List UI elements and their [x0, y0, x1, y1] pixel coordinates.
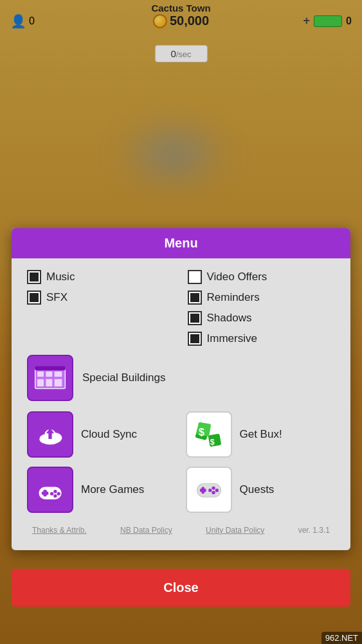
checkbox-shadows[interactable]: Shadows	[188, 311, 336, 325]
svg-rect-1	[37, 371, 44, 377]
special-buildings-icon	[34, 365, 66, 391]
menu-panel: Menu Music Video Offers SFX Reminders	[12, 228, 350, 550]
svg-point-23	[53, 494, 57, 497]
svg-rect-6	[55, 379, 62, 387]
svg-point-31	[208, 488, 212, 492]
checkbox-sfx-box[interactable]	[27, 291, 41, 305]
svg-text:$: $	[210, 438, 214, 447]
checkbox-reminders-box[interactable]	[188, 291, 202, 305]
quests-icon	[195, 476, 223, 504]
checkbox-shadows-label: Shadows	[207, 312, 252, 325]
version-text: ver. 1.3.1	[298, 526, 330, 535]
svg-rect-3	[55, 371, 62, 377]
special-buildings-label: Special Buildings	[82, 371, 165, 384]
svg-point-24	[50, 492, 53, 496]
checkbox-video-offers-box[interactable]	[188, 270, 202, 284]
menu-title: Menu	[164, 236, 197, 250]
svg-rect-5	[46, 379, 52, 387]
checkbox-sfx[interactable]: SFX	[27, 291, 175, 305]
svg-point-28	[212, 487, 215, 490]
checkbox-reminders[interactable]: Reminders	[188, 291, 336, 305]
get-bux-icon: $ $	[193, 418, 225, 451]
cloud-sync-button[interactable]	[27, 411, 73, 458]
more-games-icon	[36, 476, 64, 504]
checkbox-shadows-box[interactable]	[188, 311, 202, 325]
get-bux-button[interactable]: $ $	[186, 411, 232, 458]
more-games-button[interactable]	[27, 467, 73, 513]
get-bux-label: Get Bux!	[240, 428, 282, 441]
special-buildings-button[interactable]	[27, 355, 73, 401]
checkbox-grid: Music Video Offers SFX Reminders Shadows	[27, 270, 335, 346]
checkbox-immersive-box[interactable]	[188, 332, 202, 346]
menu-body: Music Video Offers SFX Reminders Shadows	[12, 258, 350, 550]
nb-policy-link[interactable]: NB Data Policy	[120, 526, 172, 535]
checkbox-video-offers[interactable]: Video Offers	[188, 270, 336, 284]
cloud-sync-icon	[36, 423, 64, 446]
close-button-container: Close	[12, 569, 350, 607]
cloud-sync-label: Cloud Sync	[81, 428, 137, 441]
watermark: 962.NET	[321, 632, 362, 644]
close-button[interactable]: Close	[12, 569, 350, 607]
svg-rect-27	[199, 488, 206, 492]
quests-label: Quests	[240, 483, 275, 496]
checkbox-music[interactable]: Music	[27, 270, 175, 284]
svg-point-21	[53, 490, 57, 493]
svg-rect-20	[42, 492, 49, 495]
cloud-sync-cell[interactable]: Cloud Sync	[27, 411, 177, 458]
checkbox-music-label: Music	[46, 271, 75, 283]
two-col-section: Cloud Sync $ $ Get Bux!	[27, 411, 335, 513]
checkbox-sfx-label: SFX	[46, 291, 68, 304]
checkbox-immersive[interactable]: Immersive	[188, 332, 336, 346]
svg-rect-7	[35, 366, 66, 371]
special-buildings-row: Special Buildings	[27, 355, 335, 401]
svg-text:$: $	[198, 426, 204, 438]
quests-button[interactable]	[186, 467, 232, 513]
svg-rect-2	[46, 371, 52, 377]
checkbox-video-offers-label: Video Offers	[207, 271, 267, 283]
svg-point-29	[215, 488, 218, 492]
svg-point-30	[212, 491, 215, 494]
quests-cell[interactable]: Quests	[186, 467, 336, 513]
checkbox-immersive-label: Immersive	[207, 332, 257, 345]
checkbox-reminders-label: Reminders	[207, 291, 260, 304]
get-bux-cell[interactable]: $ $ Get Bux!	[186, 411, 336, 458]
menu-footer: Thanks & Attrib. NB Data Policy Unity Da…	[27, 522, 335, 541]
svg-rect-4	[37, 379, 44, 387]
unity-policy-link[interactable]: Unity Data Policy	[206, 526, 264, 535]
menu-header: Menu	[12, 228, 350, 258]
thanks-attrib-link[interactable]: Thanks & Attrib.	[32, 526, 87, 535]
more-games-label: More Games	[81, 483, 144, 496]
more-games-cell[interactable]: More Games	[27, 467, 177, 513]
checkbox-music-box[interactable]	[27, 270, 41, 284]
svg-point-22	[57, 492, 60, 496]
